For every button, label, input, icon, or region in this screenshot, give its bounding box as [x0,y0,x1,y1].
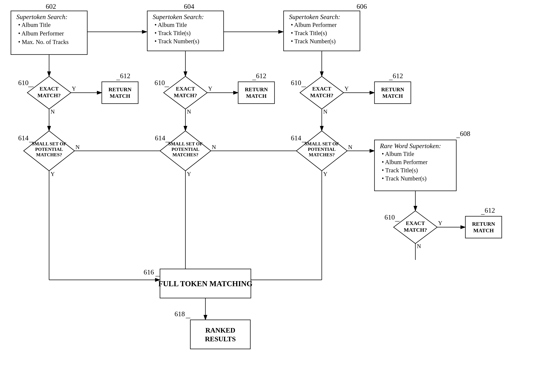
box616-text: FULL TOKEN MATCHING [158,280,252,288]
box606-item1: • Album Performer [291,22,337,28]
diamond614a-text2: POTENTIAL [35,147,63,152]
diamond610d-text1: EXACT [406,220,425,226]
diamond614b-text2: POTENTIAL [171,147,199,152]
box602-item1: • Album Title [18,22,51,28]
label-614b: 614 [155,134,165,142]
box612c-text1: RETURN [381,86,404,92]
label-606: 606 [357,3,367,10]
box602-item3: • Max. No. of Tracks [18,39,69,45]
label-618: 618 [174,310,185,318]
label-614c: 614 [291,134,301,142]
box608-item4: • Track Number(s) [382,175,426,182]
label-614a: 614 [18,134,28,142]
diamond614c-text3: MATCHES? [309,152,335,157]
n-label-610a: N [51,108,55,115]
box618-text2: RESULTS [205,335,236,343]
n-label-614c: N [348,144,352,150]
box602-title: Supertoken Search: [16,13,68,21]
label-610a: 610 [18,79,28,87]
box612a-text2: MATCH [110,93,130,99]
y-label-614c: Y [323,171,327,177]
box608-item3: • Track Title(s) [382,167,418,174]
box612d-text2: MATCH [473,227,494,233]
box604-item2: • Track Title(s) [154,30,191,37]
y-label-610a: Y [72,85,76,92]
diamond614a-text3: MATCHES? [36,152,62,157]
box-612d [465,216,502,238]
label-610c: 610 [291,79,301,87]
box602-item2: • Album Performer [18,30,64,37]
box608-title: Rare Word Supertoken: [380,142,441,149]
label-602: 602 [46,3,56,10]
label-616: 616 [144,268,154,276]
y-label-614b: Y [187,171,191,177]
diamond610b-text1: EXACT [176,86,195,92]
label-608: 608 [460,130,470,137]
box-612a [102,82,138,104]
diamond614b-text1: SMALL SET OF [168,141,203,146]
n-label-614b: N [212,144,216,150]
box612b-text2: MATCH [246,93,267,99]
label-604: 604 [184,3,194,10]
box608-item2: • Album Performer [382,159,428,165]
box604-item1: • Album Title [154,22,187,28]
box612a-text1: RETURN [108,86,132,92]
n-label-610c: N [323,108,327,115]
box618-text1: RANKED [205,327,235,334]
box612d-text1: RETURN [472,221,495,227]
box612c-text2: MATCH [383,93,403,99]
label-612a: 612 [120,72,130,79]
diamond610a-text1: EXACT [39,86,59,92]
y-label-610b: Y [208,85,212,92]
n-label-610b: N [187,108,191,115]
y-label-610c: Y [345,85,349,92]
label-612b: 612 [256,72,266,79]
diamond614c-text2: POTENTIAL [308,147,336,152]
label-612c: 612 [393,72,403,79]
label-610b: 610 [154,79,165,87]
box604-item3: • Track Number(s) [154,38,199,45]
diamond610c-text1: EXACT [312,86,331,92]
diamond610d-text2: MATCH? [404,227,427,233]
box606-title: Supertoken Search: [289,13,340,21]
box-618 [190,320,250,349]
label-612d: 612 [485,206,495,214]
box-612c [374,82,411,104]
box606-item3: • Track Number(s) [291,38,336,45]
label-610d: 610 [384,213,395,221]
y-label-610d: Y [438,220,442,226]
diamond610b-text2: MATCH? [174,92,197,98]
box604-title: Supertoken Search: [153,13,204,21]
n-label-614a: N [75,144,80,150]
y-label-614a: Y [51,171,55,177]
diamond614b-text3: MATCHES? [173,152,199,157]
box-612b [238,82,275,104]
box612b-text1: RETURN [245,86,268,92]
diamond610a-text2: MATCH? [37,92,61,98]
diamond610c-text2: MATCH? [310,92,333,98]
box606-item2: • Track Title(s) [291,30,327,37]
diamond614c-text1: SMALL SET OF [305,141,339,146]
box608-item1: • Album Title [382,151,414,157]
diamond614a-text1: SMALL SET OF [32,141,66,146]
n-label-610d: N [417,243,421,249]
